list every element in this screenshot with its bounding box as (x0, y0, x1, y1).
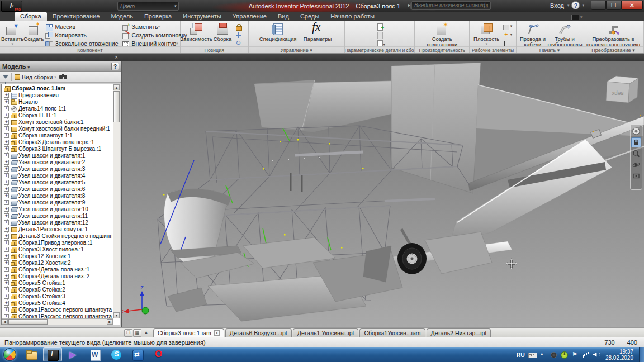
expander-plus-icon[interactable] (4, 240, 9, 245)
expander-plus-icon[interactable] (4, 180, 9, 185)
orbit-tool-icon[interactable] (631, 160, 641, 170)
copy-button[interactable]: Копировать (44, 31, 120, 39)
expand-tabs-icon[interactable]: ▴ (142, 329, 150, 337)
taskbar-icon[interactable] (43, 347, 62, 361)
tree-vertical-scrollbar[interactable]: ▲ ▼ (113, 84, 120, 318)
taskbar-clock[interactable]: 19:37 28.02.2020 (605, 349, 633, 361)
tree-item[interactable]: Сборка П. Н.:1 (2, 112, 112, 118)
expander-plus-icon[interactable] (4, 220, 9, 225)
tray-icon[interactable] (581, 351, 589, 359)
expander-plus-icon[interactable] (4, 294, 9, 299)
ribbon-tab[interactable]: Сборка (15, 12, 47, 21)
ribbon-tab[interactable]: Начало работы (325, 12, 380, 21)
ribbon-tab[interactable]: Управление (227, 12, 272, 21)
expander-plus-icon[interactable] (4, 227, 9, 232)
close-button[interactable]: ✕ (621, 1, 643, 10)
expander-plus-icon[interactable] (4, 193, 9, 198)
expander-plus-icon[interactable] (4, 173, 9, 178)
tree-item[interactable]: Хомут хвостовой балки:1 (2, 118, 112, 125)
document-tab[interactable]: Сборка1Укосин...iam × (359, 328, 425, 337)
work-point-icon[interactable] (502, 31, 511, 39)
pattern-button[interactable]: Массив (44, 22, 120, 31)
quick-access-icon[interactable] (183, 2, 192, 11)
tray-icon[interactable] (560, 351, 568, 359)
filter-icon[interactable] (3, 75, 8, 79)
document-tab[interactable]: Деталь6 Воздухо...ipt × (225, 328, 292, 337)
tree-item[interactable]: Сборка1Расскос первого шпангоута.:2 (2, 313, 112, 318)
expander-plus-icon[interactable] (4, 287, 9, 292)
quick-access-icon[interactable] (48, 2, 58, 11)
document-tab[interactable]: Деталь2 Низ гар...ipt × (427, 328, 491, 337)
taskbar-icon[interactable] (64, 347, 83, 361)
tree-item[interactable]: Узел шасси и двигателя:3 (2, 165, 112, 172)
tree-item[interactable]: Начало (2, 98, 112, 105)
expander-plus-icon[interactable] (4, 160, 9, 165)
expander-plus-icon[interactable] (4, 200, 9, 205)
zoom-tool-icon[interactable] (631, 149, 641, 159)
create-layout-button[interactable]: Создать компоновку (121, 31, 190, 39)
ribbon-tab[interactable]: Среды (295, 12, 325, 21)
taskbar-icon[interactable] (149, 347, 168, 361)
expander-plus-icon[interactable] (4, 146, 9, 151)
help-button[interactable]: ? (571, 1, 580, 9)
expander-plus-icon[interactable] (4, 274, 9, 279)
color-override-combobox[interactable]: Цвет ▾ (117, 2, 179, 11)
language-indicator[interactable]: RU (517, 351, 525, 358)
assemble-button[interactable]: Сборка (211, 22, 234, 42)
tree-item[interactable]: Сборка5 Стойка:1 (2, 279, 112, 286)
tree-item[interactable]: Узел шасси и двигателя:6 (2, 185, 112, 192)
expander-plus-icon[interactable] (4, 314, 9, 318)
sign-in-link[interactable]: Вход (550, 2, 564, 9)
tile-windows-icon[interactable]: ▦ (133, 329, 141, 337)
expander-plus-icon[interactable] (4, 120, 9, 125)
make-components-icon[interactable] (375, 31, 384, 39)
expander-plus-icon[interactable] (4, 260, 9, 265)
tree-item[interactable]: Сборка3 Деталь пола верх.:1 (2, 139, 112, 145)
browser-help-button[interactable]: ? (111, 63, 119, 70)
tree-item[interactable]: Сборка3 Шпангоут Б вырезка.:1 (2, 145, 112, 152)
ribbon-tab[interactable]: Вид (272, 12, 295, 21)
expander-plus-icon[interactable] (4, 140, 9, 145)
tree-item[interactable]: Сборка4Деталь пола низ.:2 (2, 273, 112, 279)
expander-plus-icon[interactable] (4, 153, 9, 158)
browser-close-icon[interactable]: × (113, 54, 120, 60)
expander-plus-icon[interactable] (4, 187, 9, 192)
tree-item[interactable]: Узел шасси и двигателя:12 (2, 219, 112, 226)
tree-item[interactable]: Сборка12 Хвостик:1 (2, 253, 112, 259)
tree-item[interactable]: Сборка1Расскос первого шпангоута.:1 (2, 306, 112, 313)
tree-item[interactable]: Узел шасси и двигателя:5 (2, 179, 112, 185)
pan-tool-icon[interactable] (631, 137, 641, 147)
quick-access-icon[interactable] (59, 2, 69, 11)
expander-plus-icon[interactable] (4, 213, 9, 218)
cascade-windows-icon[interactable]: ❐ (124, 329, 132, 337)
grounded-lock-icon[interactable] (234, 23, 243, 31)
expander-plus-icon[interactable] (4, 254, 9, 259)
expander-plus-icon[interactable] (4, 267, 9, 272)
tray-icon[interactable] (592, 351, 600, 359)
document-tab[interactable]: Сборка3 пояс 1.iam × (153, 328, 224, 337)
tree-item[interactable]: Сборка4Деталь пола низ.:1 (2, 266, 112, 273)
quick-access-icon[interactable] (93, 2, 102, 11)
tree-item[interactable]: Сборка3 Хвост пилона.:1 (2, 246, 112, 253)
infocenter-icon[interactable] (538, 1, 547, 10)
tree-item[interactable]: Сборка1Привод элеронов.:1 (2, 239, 112, 246)
taskbar-icon[interactable] (107, 347, 126, 361)
assembly-view-dropdown[interactable]: Вид сборки ▾ (15, 74, 56, 80)
graphics-viewport[interactable]: верх Z X (122, 61, 644, 327)
tray-icon[interactable] (571, 351, 579, 359)
constrain-button[interactable]: Зависимость (182, 22, 211, 42)
expander-plus-icon[interactable] (4, 234, 9, 239)
tree-item[interactable]: Узел шасси и двигателя:9 (2, 199, 112, 206)
expander-plus-icon[interactable] (4, 166, 9, 172)
ribbon-tab[interactable]: Модель (105, 12, 138, 21)
free-move-icon[interactable] (234, 31, 243, 39)
quick-access-icon[interactable] (205, 2, 215, 11)
chevron-down-icon[interactable]: ▾ (582, 3, 584, 8)
tubes-button[interactable]: Трубы и трубопроводы (548, 22, 581, 47)
expander-plus-icon[interactable] (4, 247, 9, 252)
infocenter-icon[interactable] (504, 1, 513, 10)
chevron-down-icon[interactable]: ▾ (567, 3, 570, 8)
restore-button[interactable]: ❐ (606, 1, 621, 10)
infocenter-icon[interactable] (493, 1, 502, 10)
expander-plus-icon[interactable] (4, 301, 9, 306)
